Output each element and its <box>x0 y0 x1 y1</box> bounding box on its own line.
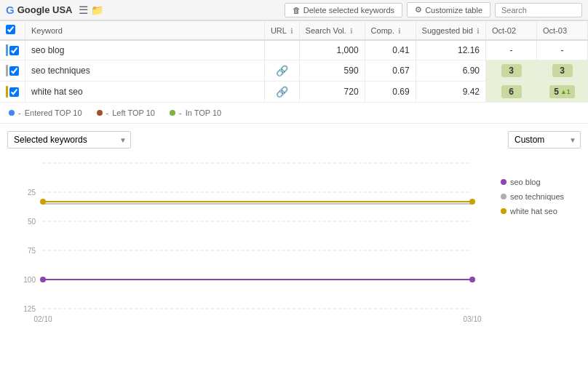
legend-entered-top10: - Entered TOP 10 <box>9 108 82 117</box>
comp-value: 0.67 <box>392 66 409 76</box>
comp-cell: 0.69 <box>365 82 416 103</box>
legend-dash2: - <box>106 108 109 117</box>
chart-container: 25 50 75 100 125 02/10 03/10 <box>7 156 581 333</box>
bid-cell: 12.16 <box>416 40 485 60</box>
row-checkbox-cell <box>0 60 25 82</box>
white-hat-legend-dot <box>501 208 506 214</box>
series-white-hat-end <box>469 199 475 205</box>
comp-cell: 0.41 <box>365 40 416 60</box>
header-actions: 🗑 Delete selected keywords ⚙ Customize t… <box>285 2 582 17</box>
chart-legend-seo-techniques: seo techniques <box>501 192 581 201</box>
seo-blog-legend-label: seo blog <box>510 178 541 186</box>
oct02-cell: - <box>486 40 537 60</box>
oct03-cell: 3 <box>537 60 588 82</box>
rank-oct02: 6 <box>501 85 522 98</box>
list-view-icon[interactable]: ☰ <box>79 4 88 17</box>
row-checkbox[interactable] <box>9 66 19 76</box>
chart-svg-wrapper: 25 50 75 100 125 02/10 03/10 <box>7 156 493 333</box>
keyword-value: seo blog <box>31 45 64 55</box>
bid-info-icon[interactable]: ℹ <box>477 27 480 35</box>
comp-value: 0.69 <box>392 87 409 97</box>
url-link-icon[interactable]: 🔗 <box>276 86 288 98</box>
row-checkbox-cell <box>0 40 25 60</box>
seo-blog-legend-dot <box>501 179 506 185</box>
comp-info-icon[interactable]: ℹ <box>398 27 401 35</box>
bid-value: 9.42 <box>463 87 480 97</box>
comp-cell: 0.67 <box>365 60 416 82</box>
google-icon: G <box>6 4 15 16</box>
header-oct03: Oct-03 <box>537 21 588 41</box>
row-indicator <box>6 44 8 56</box>
white-hat-legend-label: white hat seo <box>510 207 557 215</box>
table-row: white hat seo🔗7200.699.4265▲1 <box>0 82 588 103</box>
period-select[interactable]: Custom <box>508 131 581 149</box>
chart-legend-seo-blog: seo blog <box>501 178 581 186</box>
header-oct02: Oct-02 <box>486 21 537 41</box>
url-info-icon[interactable]: ℹ <box>290 27 293 35</box>
url-link-icon[interactable]: 🔗 <box>276 65 288 76</box>
header-comp: Comp. ℹ <box>365 21 416 41</box>
bid-cell: 9.42 <box>416 82 485 103</box>
bid-value: 6.90 <box>463 66 480 76</box>
keywords-select-wrapper: Selected keywords ▼ <box>7 131 131 149</box>
row-checkbox[interactable] <box>9 46 19 55</box>
seo-techniques-legend-label: seo techniques <box>510 192 564 201</box>
rank-up-indicator: ▲1 <box>560 88 571 95</box>
series-seo-blog-start <box>40 277 46 282</box>
keyword-cell: seo techniques <box>25 60 265 82</box>
chart-legend-white-hat-seo: white hat seo <box>501 207 581 215</box>
search-vol-cell: 720 <box>299 82 365 103</box>
legend-in-label: In TOP 10 <box>186 108 222 117</box>
series-seo-blog-end <box>469 277 475 282</box>
keyword-cell: white hat seo <box>25 82 265 103</box>
customize-table-button[interactable]: ⚙ Customize table <box>407 2 490 17</box>
select-all-checkbox[interactable] <box>6 25 15 34</box>
search-vol-value: 1,000 <box>337 45 359 55</box>
legend-left-label: Left TOP 10 <box>112 108 155 117</box>
comp-value: 0.41 <box>392 45 409 55</box>
url-cell: 🔗 <box>264 60 299 82</box>
row-checkbox-cell <box>0 82 25 103</box>
bid-value: 12.16 <box>458 45 480 55</box>
chart-svg: 25 50 75 100 125 02/10 03/10 <box>7 156 493 330</box>
rank-oct02: 3 <box>501 64 522 77</box>
y-label-25: 25 <box>28 189 36 197</box>
keywords-select[interactable]: Selected keywords <box>7 131 131 149</box>
search-vol-value: 590 <box>344 66 359 76</box>
search-input[interactable] <box>495 3 582 17</box>
header-keyword: Keyword <box>25 21 265 41</box>
rank-oct03: 3 <box>552 64 573 77</box>
legend-dash3: - <box>179 108 182 117</box>
rank-oct03: - <box>561 45 564 55</box>
gear-icon: ⚙ <box>415 5 422 15</box>
legend-in-top10: - In TOP 10 <box>170 108 221 117</box>
legend-dash1: - <box>18 108 21 117</box>
table-row: seo blog1,0000.4112.16-- <box>0 40 588 60</box>
y-label-75: 75 <box>28 247 36 255</box>
search-vol-cell: 1,000 <box>299 40 365 60</box>
legend-bar: - Entered TOP 10 - Left TOP 10 - In TOP … <box>0 103 588 124</box>
y-label-100: 100 <box>23 276 36 284</box>
folder-icon[interactable]: 📁 <box>91 4 103 16</box>
table-body: seo blog1,0000.4112.16-- seo techniques🔗… <box>0 40 588 103</box>
x-label-0310: 03/10 <box>463 315 481 323</box>
delete-keywords-button[interactable]: 🗑 Delete selected keywords <box>285 3 402 17</box>
row-checkbox[interactable] <box>9 87 19 97</box>
left-dot <box>97 110 103 116</box>
rank-oct03: 5▲1 <box>549 85 575 98</box>
chart-controls: Selected keywords ▼ Custom ▼ <box>7 131 581 149</box>
chart-section: Selected keywords ▼ Custom ▼ 25 50 <box>0 124 588 340</box>
delete-label: Delete selected keywords <box>303 6 394 15</box>
header-bid: Suggested bid ℹ <box>416 21 485 41</box>
searchvol-info-icon[interactable]: ℹ <box>350 27 353 35</box>
series-white-hat-start <box>40 199 46 205</box>
url-cell: 🔗 <box>264 82 299 103</box>
header-checkbox-col <box>0 21 25 41</box>
url-cell <box>264 40 299 60</box>
y-label-50: 50 <box>28 218 36 226</box>
keyword-value: seo techniques <box>31 66 90 76</box>
in-dot <box>170 110 175 116</box>
header-bar: G Google USA ☰ 📁 🗑 Delete selected keywo… <box>0 0 588 20</box>
header-url: URL ℹ <box>264 21 299 41</box>
search-vol-cell: 590 <box>299 60 365 82</box>
